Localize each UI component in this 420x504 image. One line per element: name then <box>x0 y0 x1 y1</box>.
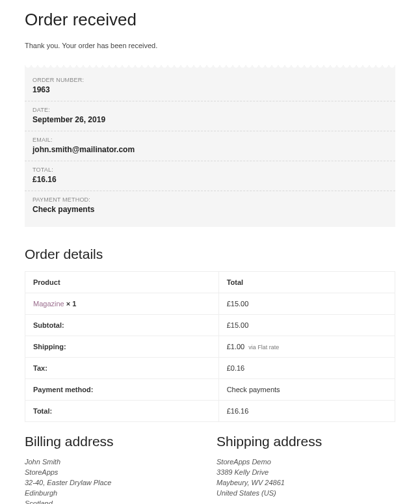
row-value: £0.16 <box>218 358 395 379</box>
page-title: Order received <box>25 10 395 30</box>
order-details-table: Product Total Magazine × 1 £15.00 Subtot… <box>25 271 395 422</box>
line-item-product: Magazine × 1 <box>25 293 219 315</box>
summary-payment-method: PAYMENT METHOD: Check payments <box>25 191 395 220</box>
billing-address-col: Billing address John Smith StoreApps 32-… <box>25 434 203 504</box>
shipping-amount: £1.00 <box>227 343 245 351</box>
addr-line: United States (US) <box>217 488 395 499</box>
addr-line: 32-40, Easter Drylaw Place <box>25 478 203 488</box>
row-value: £1.00 via Flat rate <box>218 336 395 358</box>
addr-line: John Smith <box>25 457 203 468</box>
summary-value: john.smith@mailinator.com <box>33 145 387 154</box>
summary-label: PAYMENT METHOD: <box>33 196 387 203</box>
summary-value: 1963 <box>33 85 387 94</box>
row-tax: Tax: £0.16 <box>25 358 395 379</box>
col-product: Product <box>25 272 219 293</box>
shipping-heading: Shipping address <box>217 434 395 449</box>
addr-line: Scotland <box>25 499 203 504</box>
row-label: Tax: <box>25 358 219 379</box>
summary-date: DATE: September 26, 2019 <box>25 101 395 131</box>
addr-line: 3389 Kelly Drive <box>217 468 395 478</box>
summary-label: DATE: <box>33 107 387 113</box>
addresses-section: Billing address John Smith StoreApps 32-… <box>25 434 395 504</box>
addr-line: Edinburgh <box>25 488 203 499</box>
row-value: £15.00 <box>218 315 395 336</box>
order-details-heading: Order details <box>25 246 395 262</box>
shipping-note: via Flat rate <box>248 344 279 351</box>
summary-total: TOTAL: £16.16 <box>25 161 395 191</box>
summary-email: EMAIL: john.smith@mailinator.com <box>25 131 395 161</box>
summary-label: ORDER NUMBER: <box>33 77 387 83</box>
summary-label: EMAIL: <box>33 137 387 143</box>
summary-order-number: ORDER NUMBER: 1963 <box>25 72 395 101</box>
line-item-total: £15.00 <box>218 293 395 315</box>
row-subtotal: Subtotal: £15.00 <box>25 315 395 336</box>
col-total: Total <box>218 272 395 293</box>
summary-value: Check payments <box>33 205 387 214</box>
thankyou-message: Thank you. Your order has been received. <box>25 42 395 49</box>
shipping-address-col: Shipping address StoreApps Demo 3389 Kel… <box>217 434 395 504</box>
row-shipping: Shipping: £1.00 via Flat rate <box>25 336 395 358</box>
billing-heading: Billing address <box>25 434 203 449</box>
table-row: Magazine × 1 £15.00 <box>25 293 395 315</box>
billing-address: John Smith StoreApps 32-40, Easter Dryla… <box>25 457 203 504</box>
product-link[interactable]: Magazine <box>33 300 64 308</box>
order-received-page: Order received Thank you. Your order has… <box>0 0 420 504</box>
product-qty: × 1 <box>66 300 77 308</box>
addr-line: Maybeury, WV 24861 <box>217 478 395 488</box>
row-label: Total: <box>25 401 219 422</box>
row-value: Check payments <box>218 379 395 401</box>
summary-label: TOTAL: <box>33 166 387 173</box>
row-label: Subtotal: <box>25 315 219 336</box>
row-total: Total: £16.16 <box>25 401 395 422</box>
addr-line: StoreApps Demo <box>217 457 395 468</box>
row-payment-method: Payment method: Check payments <box>25 379 395 401</box>
summary-value: September 26, 2019 <box>33 115 387 124</box>
summary-value: £16.16 <box>33 175 387 184</box>
order-summary-box: ORDER NUMBER: 1963 DATE: September 26, 2… <box>25 68 395 227</box>
row-value: £16.16 <box>218 401 395 422</box>
addr-line: StoreApps <box>25 468 203 478</box>
shipping-address: StoreApps Demo 3389 Kelly Drive Maybeury… <box>217 457 395 499</box>
row-label: Payment method: <box>25 379 219 401</box>
row-label: Shipping: <box>25 336 219 358</box>
